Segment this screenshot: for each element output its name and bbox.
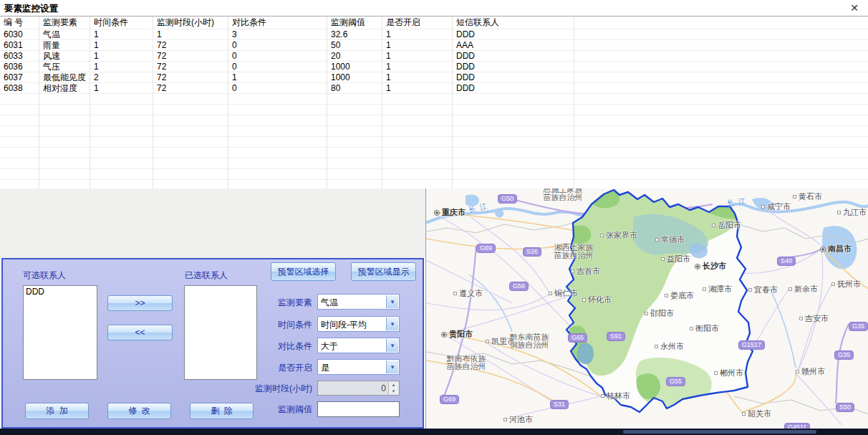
- cell: 气温: [39, 29, 90, 40]
- cell: [574, 72, 868, 83]
- cell: 1: [90, 62, 153, 72]
- column-header[interactable]: 监测阈值: [327, 16, 382, 29]
- cell: [327, 148, 382, 158]
- map-view[interactable]: 重庆市黄石市咸宁市九江市岳阳市常德市张家界市吉首市益阳市长沙市南昌市铜仁市怀化市…: [425, 188, 868, 430]
- cell: [0, 115, 39, 126]
- column-header[interactable]: 时间条件: [90, 16, 153, 29]
- available-contacts-label: 可选联系人: [23, 269, 66, 282]
- cell: 80: [327, 83, 382, 94]
- table-row[interactable]: 6031雨量1720501AAA: [0, 40, 868, 51]
- map-city-label: 九江市: [837, 207, 867, 218]
- table-row[interactable]: 6038相对湿度1720801DDD: [0, 83, 868, 94]
- chevron-down-icon[interactable]: ▾: [386, 295, 398, 308]
- cell: 72: [153, 51, 228, 62]
- city-marker-icon: [714, 371, 718, 375]
- empty-row[interactable]: [0, 169, 868, 180]
- city-marker-icon: [601, 394, 604, 398]
- cell: [574, 137, 868, 148]
- cell: [453, 105, 574, 115]
- chevron-down-icon[interactable]: ▾: [386, 339, 398, 352]
- table-row[interactable]: 6036气压172010001DDD: [0, 62, 868, 72]
- modify-button[interactable]: 修 改: [107, 403, 171, 419]
- cell: [39, 148, 90, 158]
- delete-button[interactable]: 删 除: [190, 403, 254, 419]
- cell: [0, 137, 39, 148]
- cell: [39, 137, 90, 148]
- map-city-label: 张家界市: [600, 230, 637, 241]
- cell: [90, 148, 153, 158]
- cell: [228, 126, 327, 137]
- period-spinner[interactable]: 0 ▲ ▼: [317, 381, 400, 396]
- move-right-button[interactable]: >>: [107, 295, 173, 311]
- warn-area-select-button[interactable]: 预警区域选择: [271, 262, 336, 281]
- compare-select[interactable]: 大于 ▾: [317, 338, 400, 353]
- road-badge: G56: [509, 282, 529, 291]
- cell: [39, 94, 90, 105]
- column-header[interactable]: 短信联系人: [453, 16, 574, 29]
- table-row[interactable]: 6037最低能见度272110001DDD: [0, 72, 868, 83]
- cell: [382, 148, 453, 158]
- cell: [574, 83, 868, 94]
- map-city-label: 常德市: [655, 234, 685, 245]
- empty-row[interactable]: [0, 158, 868, 169]
- map-city-label: 岳阳市: [712, 220, 741, 231]
- table-body: 6030气温11332.61DDD6031雨量1720501AAA6033风速1…: [0, 29, 868, 191]
- cell: [453, 148, 574, 158]
- cell: [0, 158, 39, 169]
- cell: 雨量: [39, 40, 90, 51]
- chevron-down-icon[interactable]: ▾: [386, 317, 398, 330]
- cell: [574, 115, 868, 126]
- chevron-down-icon[interactable]: ▾: [386, 360, 398, 373]
- empty-row[interactable]: [0, 115, 868, 126]
- threshold-input[interactable]: [317, 401, 400, 417]
- cell: [574, 126, 868, 137]
- column-header[interactable]: 监测时段(小时): [153, 16, 228, 29]
- empty-row[interactable]: [0, 137, 868, 148]
- cell: [382, 126, 453, 137]
- city-marker-icon: [434, 210, 440, 216]
- add-button[interactable]: 添 加: [25, 403, 89, 419]
- cell: [0, 126, 39, 137]
- available-contacts-list[interactable]: DDD: [23, 285, 97, 380]
- map-city-label: 郴州市: [714, 368, 743, 378]
- element-select[interactable]: 气温 ▾: [317, 294, 400, 310]
- move-left-button[interactable]: <<: [107, 325, 173, 340]
- city-marker-icon: [796, 370, 799, 373]
- column-header[interactable]: 编 号: [0, 16, 39, 29]
- time-cond-select[interactable]: 时间段-平均 ▾: [317, 316, 400, 332]
- cell: 6036: [0, 62, 39, 72]
- spinner-up-icon[interactable]: ▲: [388, 382, 398, 388]
- empty-row[interactable]: [0, 94, 868, 105]
- cell: [228, 137, 327, 148]
- cell: [574, 40, 868, 51]
- table-row[interactable]: 6030气温11332.61DDD: [0, 29, 868, 40]
- cell: [39, 169, 90, 180]
- column-header[interactable]: 监测要素: [39, 16, 90, 29]
- cell: 相对湿度: [39, 83, 90, 94]
- spinner-down-icon[interactable]: ▼: [388, 388, 398, 395]
- empty-row[interactable]: [0, 126, 868, 137]
- cell: [382, 169, 453, 180]
- column-header[interactable]: 是否开启: [382, 16, 453, 29]
- city-marker-icon: [742, 412, 746, 416]
- empty-row[interactable]: [0, 105, 868, 115]
- road-badge: S91: [607, 332, 625, 341]
- cell: [90, 137, 153, 148]
- element-monitor-window: { "window": { "title": "要素监控设置" }, "icon…: [0, 0, 868, 435]
- cell: 72: [153, 40, 228, 51]
- column-header[interactable]: 对比条件: [228, 16, 327, 29]
- enabled-select[interactable]: 是 ▾: [317, 359, 400, 375]
- warn-area-show-button[interactable]: 预警区域显示: [351, 262, 416, 281]
- table-row[interactable]: 6033风速1720201DDD: [0, 51, 868, 62]
- map-city-label: 邵阳市: [645, 308, 674, 319]
- close-icon[interactable]: ✕: [847, 1, 862, 14]
- contact-item[interactable]: DDD: [24, 286, 97, 297]
- cell: [39, 105, 90, 115]
- cell: [574, 51, 868, 62]
- map-city-label: 贵阳市: [441, 329, 473, 340]
- city-marker-icon: [799, 317, 803, 320]
- cell: 风速: [39, 51, 90, 62]
- empty-row[interactable]: [0, 148, 868, 158]
- cell: [327, 115, 382, 126]
- map-scrollbar[interactable]: [623, 430, 816, 434]
